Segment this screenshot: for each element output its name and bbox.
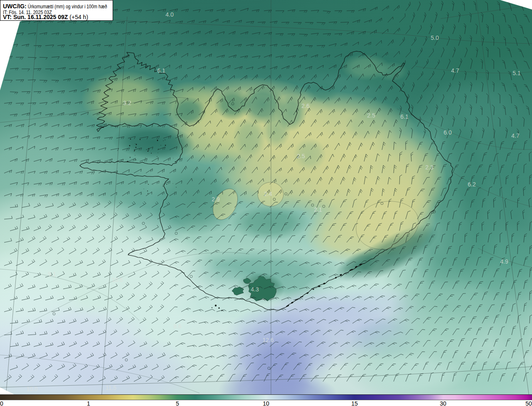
svg-text:11.5: 11.5 (106, 384, 116, 391)
svg-text:2.1: 2.1 (314, 206, 322, 213)
svg-text:8.6: 8.6 (173, 323, 182, 330)
svg-text:2.5: 2.5 (367, 112, 375, 119)
svg-text:3.2: 3.2 (123, 100, 131, 106)
svg-text:4.7: 4.7 (511, 132, 520, 139)
svg-text:5.0: 5.0 (431, 34, 439, 41)
svg-text:12.6: 12.6 (262, 337, 273, 343)
svg-text:2.6: 2.6 (301, 103, 310, 109)
svg-text:6.0: 6.0 (443, 129, 452, 136)
svg-text:6.1: 6.1 (157, 67, 165, 74)
svg-text:4.0: 4.0 (165, 11, 174, 18)
svg-text:4.9: 4.9 (500, 258, 508, 265)
svg-text:6.1: 6.1 (400, 113, 409, 120)
svg-text:4.3: 4.3 (251, 286, 259, 293)
svg-text:2.9: 2.9 (212, 196, 220, 203)
svg-text:2.4: 2.4 (264, 191, 272, 197)
svg-text:10.6: 10.6 (111, 276, 123, 283)
svg-text:10.0: 10.0 (26, 386, 37, 392)
svg-text:9.1: 9.1 (48, 271, 56, 277)
svg-text:4.7: 4.7 (451, 67, 459, 74)
svg-text:2.5: 2.5 (297, 153, 305, 159)
svg-text:2.3: 2.3 (425, 164, 433, 171)
svg-text:5.1: 5.1 (512, 70, 521, 76)
svg-text:6.2: 6.2 (468, 181, 476, 188)
